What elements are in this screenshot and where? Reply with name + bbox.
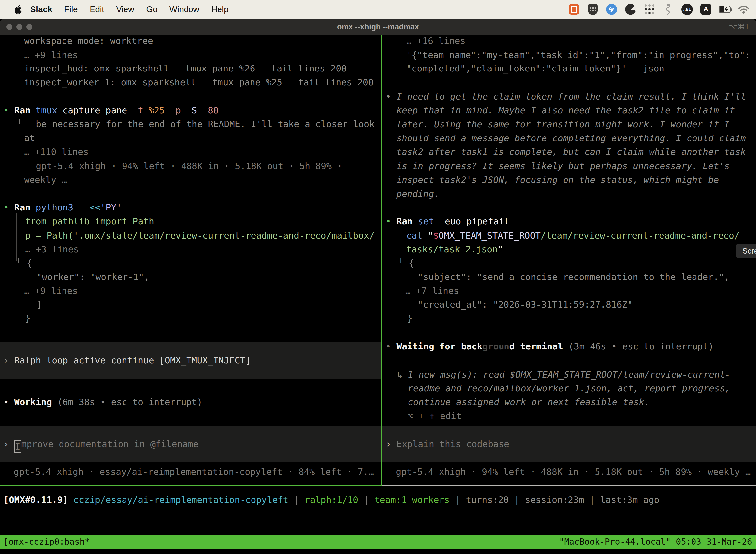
prompt-chevron-icon: ›	[386, 439, 396, 449]
right-pane-status-line: gpt-5.4 xhigh · 94% left · 488K in · 5.1…	[396, 465, 751, 479]
output-line: workspace_mode: worktree	[24, 34, 153, 48]
left-pane-status-line: gpt-5.4 xhigh · essay/ai-reimplementatio…	[14, 465, 374, 479]
tmux-status-bar: [omx-cczip0:bash* "MacBook-Pro-44.local"…	[0, 535, 756, 549]
output-line: "completed","claim_token":"claim-token"}…	[406, 62, 664, 75]
shield-grid-icon[interactable]	[587, 3, 599, 15]
prompt-chevron-icon: ›	[3, 439, 14, 449]
menu-bar-status-icons: ..61 A	[568, 3, 750, 15]
collapsed-lines-indicator: … +110 lines	[24, 145, 88, 159]
omx-status-line: [OMX#0.11.9] cczip/essay/ai-reimplementa…	[3, 493, 659, 507]
left-prompt-input[interactable]: › Improve documentation in @filename	[3, 437, 199, 451]
battery-percent-badge[interactable]: ..61	[681, 3, 693, 15]
json-output-line: "worker": "worker-1",	[37, 270, 149, 284]
output-line: inspect_hud: omx sparkshell --tmux-pane …	[24, 62, 346, 75]
tmux-session-window[interactable]: [omx-cczip0:bash*	[3, 535, 90, 549]
bullet-icon: •	[3, 202, 14, 213]
omx-version-badge: [OMX#0.11.9]	[3, 495, 73, 505]
bullet-icon: •	[386, 216, 396, 226]
prompt-placeholder: Explain this codebase	[396, 439, 509, 449]
json-output-line: }	[407, 312, 413, 325]
window-shortcut-badge: ⌥⌘1	[729, 19, 749, 35]
window-title: omx --xhigh --madmax	[0, 19, 756, 35]
code-block-border	[16, 214, 17, 261]
thinking-line: pending.	[396, 187, 439, 201]
command-output-line: at	[24, 131, 35, 145]
battery-icon[interactable]	[719, 3, 731, 15]
bullet-icon: •	[386, 341, 396, 351]
thinking-line: keep that in mind. Maybe I also need the…	[396, 104, 735, 117]
thinking-line: • I need to get the claim token from the…	[386, 90, 746, 104]
thinking-line: task2 after task1 is complete, but can I…	[396, 145, 746, 159]
menu-item-go[interactable]: Go	[140, 4, 163, 14]
terminal-cursor: I	[14, 440, 21, 453]
blue-badge-icon[interactable]	[606, 3, 618, 15]
collapsed-lines-indicator: … +9 lines	[24, 284, 78, 298]
ran-command-line: • Ran tmux capture-pane -t %25 -p -S -80	[3, 104, 218, 117]
ran-command-line: • Ran set -euo pipefail	[386, 214, 509, 228]
menu-bar: Slack File Edit View Go Window Help ..61…	[0, 0, 756, 19]
menu-item-help[interactable]: Help	[205, 4, 235, 14]
wifi-icon[interactable]	[738, 3, 750, 15]
corner-icon: └	[17, 119, 22, 129]
edit-shortcut-hint: ⌥ + ↑ edit	[408, 409, 461, 423]
menu-app-name[interactable]: Slack	[24, 4, 58, 14]
thinking-line: is in progress? It seems likely but perh…	[396, 159, 730, 173]
mailbox-message-line: readme-and-reco/mailbox/worker-1.json, a…	[408, 382, 730, 395]
menu-item-window[interactable]: Window	[164, 4, 205, 14]
json-output-line: ]	[37, 297, 42, 312]
corner-icon: └	[398, 258, 409, 268]
omx-turns: turns:20	[466, 495, 509, 505]
thinking-line: should send a message before completing …	[396, 131, 746, 145]
json-output-line: }	[25, 312, 30, 325]
bullet-icon: •	[3, 397, 14, 407]
code-line: tasks/task-2.json"	[406, 242, 503, 257]
waiting-status-line: • Waiting for background terminal (3m 46…	[386, 340, 713, 353]
omx-session-time: session:23m	[525, 495, 584, 505]
pane-divider-vertical[interactable]	[381, 35, 382, 486]
bullet-icon: •	[386, 91, 396, 102]
ran-command-line: • Ran python3 - <<'PY'	[3, 201, 122, 214]
command-output-line: └be necessary for the end of the README.…	[17, 117, 375, 131]
bullet-icon: •	[3, 105, 14, 115]
dots-grid-icon[interactable]	[643, 3, 655, 15]
code-line: p = Path('.omx/state/team/review-current…	[25, 229, 375, 242]
working-status-line: • Working (6m 38s • esc to interrupt)	[3, 395, 202, 409]
menu-item-file[interactable]: File	[58, 4, 84, 14]
thinking-line: later. Using the same for transition mig…	[396, 117, 730, 131]
output-line: '{"team_name":"my-team","task_id":"1","f…	[406, 48, 750, 62]
command-output-line: gpt-5.4 xhigh · 94% left · 488K in · 5.1…	[36, 159, 342, 173]
corner-icon: └	[16, 258, 26, 268]
apple-menu-icon[interactable]	[12, 3, 24, 15]
json-output-line: "subject": "send a concise recommendatio…	[418, 270, 730, 284]
mailbox-message-line: continue assigned work or next feasible …	[408, 395, 649, 409]
omx-ralph-counter: ralph:1/10	[305, 495, 359, 505]
json-output-line: "created_at": "2026-03-31T11:59:27.816Z"	[418, 297, 633, 312]
collapsed-lines-indicator: … +16 lines	[406, 34, 465, 48]
right-prompt-input[interactable]: › Explain this codebase	[386, 437, 509, 451]
collapsed-lines-indicator: … +9 lines	[24, 48, 78, 62]
json-output-line: └ {	[16, 256, 32, 270]
output-line: inspect_worker-1: omx sparkshell --tmux-…	[24, 75, 374, 89]
thinking-line: inspect task2's JSON, focusing on the st…	[396, 173, 719, 187]
macos-screen: Slack File Edit View Go Window Help ..61…	[0, 0, 756, 554]
disc-icon[interactable]	[625, 3, 636, 15]
menu-item-edit[interactable]: Edit	[84, 4, 110, 14]
mailbox-message-line: ↳ 1 new msg(s): read $OMX_TEAM_STATE_ROO…	[397, 368, 731, 382]
collapsed-lines-indicator: … +7 lines	[405, 284, 459, 298]
menu-item-view[interactable]: View	[110, 4, 140, 14]
left-pane-bottom-border	[0, 486, 382, 486]
squiggle-icon[interactable]	[662, 3, 674, 15]
chevron-icon: ›	[3, 355, 14, 365]
chat-app-icon[interactable]	[568, 3, 580, 15]
omx-last-activity: last:3m ago	[600, 495, 659, 505]
tmux-host-clock: "MacBook-Pro-44.local" 05:03 31-Mar-26	[559, 535, 752, 549]
window-title-bar: omx --xhigh --madmax ⌥⌘1	[0, 19, 756, 35]
screen-notification-tooltip: Scre	[736, 244, 756, 258]
prompt-placeholder: mprove documentation in @filename	[21, 439, 198, 449]
right-pane-bottom-border	[382, 486, 756, 486]
code-line: from pathlib import Path	[25, 214, 154, 228]
terminal: workspace_mode: worktree … +9 lines insp…	[0, 35, 756, 554]
input-source-icon[interactable]: A	[700, 3, 712, 15]
code-block-border	[398, 227, 399, 260]
command-output-line: weekly …	[24, 173, 67, 187]
